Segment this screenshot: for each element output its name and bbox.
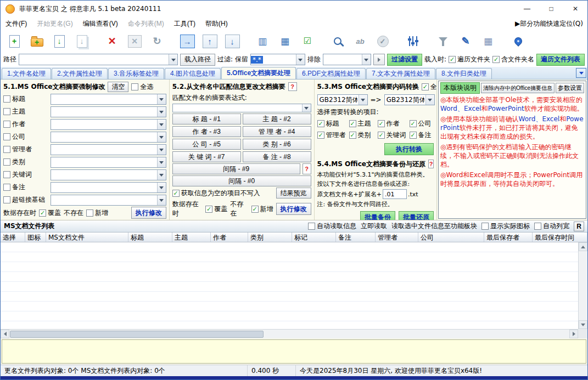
chevron-down-icon[interactable] — [296, 54, 305, 65]
chevron-down-icon[interactable] — [157, 107, 166, 117]
load-list-button[interactable]: ↓ — [50, 32, 69, 50]
field-subject-combobox[interactable] — [51, 106, 166, 117]
gap9-help-button[interactable]: ? — [303, 163, 311, 174]
menu-start-rename[interactable]: 开始更名(G) — [32, 17, 77, 30]
field-hyperlink-base-combobox[interactable] — [51, 195, 166, 206]
scroll-right-button[interactable] — [569, 330, 578, 338]
tab-office-summary[interactable]: 5.Office文档摘要处理 — [221, 67, 296, 79]
close-button[interactable]: ✕ — [563, 1, 587, 17]
traverse-folders-checkbox[interactable]: 遍历文件夹 — [449, 55, 490, 64]
field-category-checkbox[interactable]: 类别 — [3, 157, 48, 167]
show-real-icons-checkbox[interactable]: 显示实际图标 — [481, 222, 530, 231]
menu-edit-view[interactable]: 编辑查看(V) — [78, 17, 123, 30]
clear-fields-button[interactable]: 清空 — [108, 82, 128, 92]
expression-combobox[interactable] — [172, 104, 311, 112]
delete-item-button[interactable]: ✕ — [103, 32, 121, 50]
tab-image-info[interactable]: 4.图片信息处理 — [165, 68, 221, 79]
tab-text-file-properties[interactable]: 7.文本文件属性处理 — [366, 68, 435, 79]
exclude-filter-combobox[interactable] — [323, 54, 371, 65]
include-folder-name-checkbox[interactable]: 含文件夹名 — [492, 55, 534, 64]
column-header-mark[interactable]: 标记 — [292, 232, 336, 242]
convert-keywords-checkbox[interactable]: 关键词 — [378, 131, 410, 140]
chevron-down-icon[interactable] — [362, 54, 371, 65]
column-header-category[interactable]: 类别 — [248, 232, 292, 242]
select-all-51-checkbox[interactable]: 全选 — [131, 82, 153, 92]
chevron-down-icon[interactable] — [302, 104, 311, 112]
backup-ext-input[interactable] — [383, 189, 407, 199]
convert-title-checkbox[interactable]: 标题 — [317, 119, 349, 128]
field-author-checkbox[interactable]: 作者 — [3, 120, 48, 129]
apply-filter-button[interactable] — [373, 54, 385, 65]
adjust-sliders-button[interactable] — [404, 32, 422, 50]
execute-modify-52-button[interactable]: 执行修改 — [276, 203, 311, 215]
filter-button[interactable] — [434, 32, 452, 50]
column-header-manager[interactable]: 管理者 — [376, 232, 418, 242]
quick-locate-menu[interactable]: ▶部分功能快速定位(Q) — [515, 19, 587, 29]
move-bottom-button[interactable]: ↓ — [223, 32, 242, 50]
token-category-button[interactable]: 类 别 - #6 — [243, 139, 311, 150]
convert-category-checkbox[interactable]: 类别 — [349, 131, 378, 140]
refresh-button[interactable]: ↻ — [148, 32, 166, 50]
token-title-button[interactable]: 标 题 - #1 — [172, 114, 241, 124]
horizontal-scrollbar[interactable] — [1, 329, 578, 338]
field-author-combobox[interactable] — [51, 119, 166, 130]
tab-music-tags[interactable]: 3.音乐标签处理 — [108, 68, 164, 79]
move-right-button[interactable]: → — [178, 32, 197, 50]
token-subject-button[interactable]: 主 题 - #2 — [243, 114, 311, 124]
menu-command-list[interactable]: 命令列表(M) — [123, 17, 169, 30]
field-category-combobox[interactable] — [51, 157, 166, 168]
path-combobox[interactable] — [19, 54, 178, 65]
execute-modify-51-button[interactable]: 执行修改 — [131, 207, 166, 219]
section-52-help-button[interactable]: ? — [288, 82, 297, 91]
select-all-53-checkbox[interactable]: 全选 — [422, 82, 436, 92]
chevron-down-icon[interactable] — [157, 183, 166, 192]
batch-backup-button[interactable]: 批量备份 — [360, 211, 395, 220]
field-subject-checkbox[interactable]: 主题 — [3, 107, 48, 116]
maximize-button[interactable]: □ — [539, 1, 563, 17]
to-encoding-combobox[interactable]: GB2312简体 — [384, 94, 435, 105]
batch-restore-button[interactable]: 批量还原 — [399, 211, 434, 220]
chevron-down-icon[interactable] — [425, 95, 434, 105]
read-now-button[interactable]: 立即读取 — [361, 222, 387, 231]
add-52-checkbox[interactable]: 新增 — [251, 205, 273, 214]
table-layout-button[interactable]: ▦ — [276, 32, 294, 50]
pin-button[interactable] — [509, 32, 528, 50]
tab-file-attributes[interactable]: 2.文件属性处理 — [52, 68, 108, 79]
column-header-last-saved-time[interactable]: 最后保存时间 — [533, 232, 587, 242]
rename-edit-button[interactable]: ✎ — [456, 32, 475, 50]
table-edit-button[interactable]: ▦ — [479, 32, 497, 50]
auto-column-width-checkbox[interactable]: 自动列宽 — [534, 222, 569, 231]
apply-check-button[interactable]: ✓ — [373, 32, 392, 50]
scroll-down-button[interactable] — [579, 320, 587, 329]
token-comments-button[interactable]: 备 注 - #8 — [243, 151, 311, 162]
menu-help[interactable]: 帮助(H) — [200, 17, 233, 30]
token-gap9-button[interactable]: 间隔 - #9 — [172, 163, 300, 174]
convert-company-checkbox[interactable]: 公司 — [410, 119, 434, 128]
field-manager-combobox[interactable] — [51, 144, 166, 155]
chevron-down-icon[interactable] — [359, 95, 367, 105]
skip-empty-checkbox[interactable]: 获取信息为空的项目不写入 — [172, 189, 274, 198]
convert-comments-checkbox[interactable]: 备注 — [410, 131, 434, 140]
rename-preview-button[interactable]: ab — [351, 32, 369, 50]
move-top-button[interactable]: ↑ — [200, 32, 219, 50]
module-notes-tab[interactable]: 本版块说明 — [440, 82, 480, 94]
column-header-last-saved-by[interactable]: 最后保存者 — [484, 232, 533, 242]
field-company-checkbox[interactable]: 公司 — [3, 132, 48, 141]
chevron-down-icon[interactable] — [169, 54, 177, 65]
keep-filter-combobox[interactable]: *.* — [250, 54, 305, 65]
chevron-down-icon[interactable] — [157, 145, 166, 155]
tab-filename[interactable]: 1.文件名处理 — [2, 68, 51, 79]
clear-office-memory-button[interactable]: 清除内存中的Office摘要信息 — [481, 83, 555, 93]
menu-file[interactable]: 文件(F) — [1, 17, 32, 30]
chevron-down-icon[interactable] — [157, 120, 166, 129]
chevron-down-icon[interactable] — [157, 157, 166, 167]
column-header-author[interactable]: 作者 — [211, 232, 248, 242]
menu-tools[interactable]: 工具(T) — [169, 17, 200, 30]
column-layout-button[interactable]: ▥ — [253, 32, 272, 50]
add-51-checkbox[interactable]: 新增 — [86, 208, 108, 218]
filter-settings-button[interactable]: 过滤设置 — [387, 54, 422, 66]
column-header-select[interactable]: 选择 — [1, 232, 25, 242]
minimize-button[interactable]: — — [515, 1, 539, 17]
field-comments-checkbox[interactable]: 备注 — [3, 183, 48, 192]
field-title-checkbox[interactable]: 标题 — [3, 94, 48, 104]
